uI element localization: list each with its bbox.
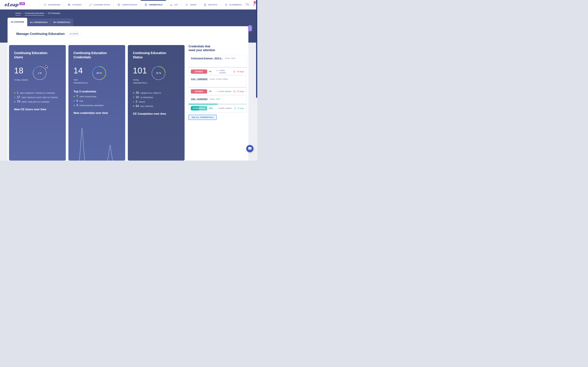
gray-dot-icon — [73, 105, 75, 106]
legend-item: 79 DIDN'T TAKE ANY CE COURSES — [14, 100, 61, 104]
status-badge: IN PROGRESS — [191, 106, 207, 110]
clock-icon — [234, 107, 236, 109]
credits-needed: 4 credits needed — [216, 90, 232, 92]
credential-card: Professional Engineer - 2022-0... Snow, … — [189, 55, 246, 75]
ecommerce-basket-icon — [225, 3, 228, 6]
nav-item-ojt[interactable]: OJT — [166, 0, 182, 9]
card-stat-row: 14 TOP CREDENTIALS 50 % — [73, 64, 120, 90]
nav-item-competencies[interactable]: COMPETENCIES — [113, 0, 141, 9]
donut-center-label: 25 % — [151, 66, 166, 80]
inactive-tabs: ALL CREDENTIALS MY CREDENTIALS — [27, 18, 73, 26]
nav-utilities: 207 — [245, 0, 257, 9]
nav-item-courses[interactable]: COURSES — [64, 0, 85, 9]
lms-badge: LMS — [19, 2, 25, 5]
brand-name: eLeap — [4, 2, 18, 7]
tab-my-credentials[interactable]: MY CREDENTIALS — [50, 18, 73, 26]
red-dot-icon — [133, 101, 134, 102]
credential-link[interactable]: CAA - 12/04/2023 — [191, 78, 207, 80]
nav-item-learning-paths[interactable]: LEARNING PATHS — [85, 0, 114, 9]
top-credentials-label: TOP CREDENTIALS — [73, 79, 88, 84]
breadcrumb-home[interactable]: Home — [15, 12, 21, 16]
credits-needed: 14 credits needed — [216, 69, 232, 74]
side-info-tab[interactable]: i — [248, 25, 252, 31]
see-all-credentials-button[interactable]: SEE ALL CREDENTIALS — [189, 115, 216, 120]
chart-section-title: New CE Users over time — [14, 108, 61, 111]
brand-logo[interactable]: eLeap LMS — [0, 0, 30, 9]
percent-value: 0% — [209, 90, 215, 92]
credential-header: Professional Engineer - 2022-0... Snow, … — [189, 55, 246, 67]
gray-dot-icon — [133, 106, 134, 107]
breadcrumb-separator: / — [46, 12, 46, 14]
breadcrumb-current: CE Overview — [48, 12, 60, 15]
tab-all-credentials[interactable]: ALL CREDENTIALS — [27, 18, 50, 26]
credential-link[interactable]: Professional Engineer - 2022-0... — [191, 57, 223, 59]
nav-item-users[interactable]: USERS — [182, 0, 200, 9]
legend-item: 17 HAVE TAKEN AT LEAST ONE CE COURSE — [14, 95, 61, 100]
breadcrumb: Home / Continuing Education / CE Overvie… — [15, 12, 60, 16]
credentials-rosette-icon — [144, 3, 147, 6]
breadcrumb-separator: / — [23, 12, 23, 14]
days-remaining: +5 days — [234, 107, 244, 109]
chat-launcher-icon — [248, 146, 252, 151]
users-person-icon — [185, 3, 188, 6]
percent-value: 0% — [209, 70, 215, 73]
donut-center-label: 50 % — [92, 66, 106, 80]
competencies-atom-icon — [117, 3, 121, 6]
nav-items: DASHBOARD COURSES LEARNING PATHS COMPETE… — [40, 0, 245, 9]
days-remaining: -23 days — [233, 90, 244, 92]
breadcrumb-continuing-education[interactable]: Continuing Education — [25, 12, 44, 16]
ce-status-donut: 25 % — [151, 66, 166, 80]
credential-header: CAA - 12/04/2023 Anisti, Cristos Albert — [189, 76, 246, 87]
tab-bar: CE OVERVIEW ALL CREDENTIALS MY CREDENTIA… — [8, 18, 73, 26]
credential-footer: IN PROGRESS 50% 2 credits needed +5 days — [189, 105, 246, 112]
nav-item-credentials[interactable]: CREDENTIALS — [141, 0, 166, 9]
ojt-car-icon — [170, 3, 173, 6]
credential-card: CNA - 01/20/2024 Snow, John IN PROGRESS … — [189, 96, 246, 112]
tab-ce-overview[interactable]: CE OVERVIEW — [8, 18, 27, 26]
chat-launcher-button[interactable] — [246, 145, 253, 152]
total-credentials-value: 101 — [133, 67, 147, 75]
ce-credentials-donut: 50 % — [92, 66, 106, 80]
top-credentials-value: 14 — [73, 67, 83, 75]
messages-button[interactable] — [245, 3, 250, 7]
chat-bubbles-icon — [245, 3, 250, 7]
legend-item: 1 ARE CURRENTLY TAKING CE COURSES — [14, 91, 61, 95]
attention-title: Credentials that need your attention — [189, 45, 248, 52]
donut-center-label: 1 % — [33, 66, 47, 80]
clock-icon — [233, 71, 235, 73]
credential-footer: EXPIRED 0% 4 credits needed -23 days — [189, 88, 246, 95]
legend-item: 10 IN PROGRESS — [133, 95, 180, 100]
credential-card: CAA - 12/04/2023 Anisti, Cristos Albert … — [189, 75, 246, 95]
legend-item: 7 HAYK POGHOSYAN — [73, 94, 120, 99]
legend-item: 2 FAILED — [133, 100, 180, 104]
status-badge: EXPIRED — [191, 69, 207, 74]
total-users-value: 18 — [14, 67, 24, 75]
card-title: Continuing Education Users — [14, 51, 61, 59]
scrollbar-thumb[interactable] — [256, 0, 257, 98]
credential-link[interactable]: CNA - 01/20/2024 — [191, 98, 207, 100]
legend-item: 64 NOT STARTED — [133, 104, 180, 108]
total-users-label: TOTAL USERS — [14, 79, 28, 82]
ce-status-card: Continuing Education Status 101 TOTAL CR… — [128, 45, 185, 161]
total-credentials-label: TOTAL CREDENTIALS — [133, 79, 147, 84]
legend-item: 4 CNA — [73, 99, 120, 103]
nav-item-reports[interactable]: REPORTS — [200, 0, 221, 9]
notifications-button[interactable]: 207 — [252, 3, 256, 7]
chart-section-title: New credentials over time — [73, 111, 120, 115]
blue-dot-icon — [133, 97, 134, 98]
content-panel: Manage Continuing Education 18 USERS Con… — [8, 26, 248, 161]
green-dot-icon — [73, 96, 75, 97]
card-legend: 25 GAINED FULL CREDITS 10 IN PROGRESS 2 … — [133, 91, 180, 108]
credential-header: CNA - 01/20/2024 Snow, John — [189, 96, 246, 104]
blue-dot-icon — [73, 100, 75, 101]
nav-item-ecommerce[interactable]: ECOMMERCE — [221, 0, 245, 9]
page-title: Manage Continuing Education — [16, 32, 65, 36]
days-remaining: -18 days — [233, 70, 244, 73]
gray-dot-icon — [14, 101, 15, 102]
percent-value: 50% — [209, 107, 215, 109]
dashboard-gauge-icon — [43, 3, 47, 6]
courses-books-icon — [68, 3, 71, 6]
clock-icon — [233, 91, 235, 92]
nav-item-dashboard[interactable]: DASHBOARD — [40, 0, 64, 9]
credential-user: Anisti, Cristos Albert — [210, 78, 228, 80]
